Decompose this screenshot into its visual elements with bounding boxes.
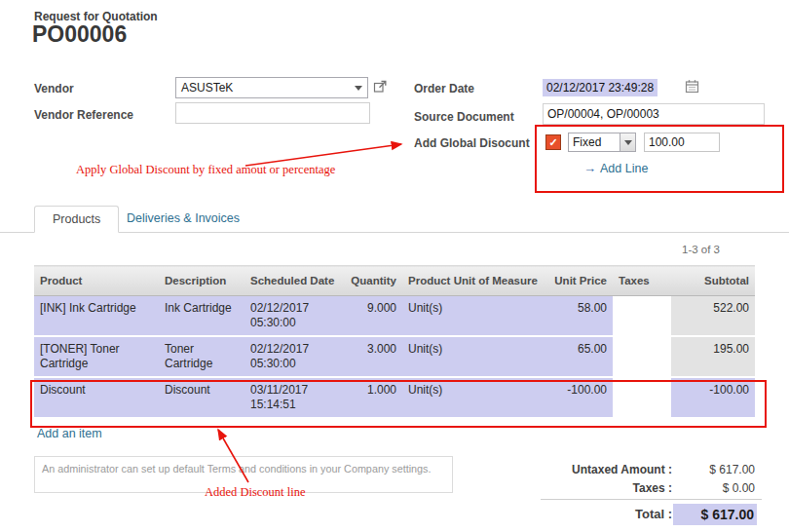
cell-scheduled-date: 02/12/2017 05:30:00 xyxy=(244,336,342,377)
annotation-text-global-discount: Apply Global Discount by fixed amout or … xyxy=(76,163,335,177)
global-discount-checkbox[interactable]: ✓ xyxy=(545,134,561,150)
global-discount-type-value: Fixed xyxy=(569,135,620,149)
cell-description: Discount xyxy=(159,377,244,418)
cell-scheduled-date: 02/12/2017 05:30:00 xyxy=(244,296,342,337)
col-quantity[interactable]: Quantity xyxy=(342,266,402,296)
calendar-icon[interactable] xyxy=(685,79,699,96)
table-row[interactable]: [TONER] Toner Cartridge Toner Cartridge … xyxy=(34,336,755,377)
cell-unit-price: 58.00 xyxy=(543,296,613,337)
table-row[interactable]: [INK] Ink Cartridge Ink Cartridge 02/12/… xyxy=(34,296,755,337)
cell-quantity: 1.000 xyxy=(342,377,402,418)
taxes-value: $ 0.00 xyxy=(679,481,755,495)
add-an-item-link[interactable]: Add an item xyxy=(37,427,102,440)
global-discount-type-select[interactable]: Fixed xyxy=(568,133,636,152)
table-header-row: Product Description Scheduled Date Quant… xyxy=(34,266,755,296)
cell-unit-price: 65.00 xyxy=(543,336,613,377)
page-title: PO00006 xyxy=(32,21,127,48)
col-unit-price[interactable]: Unit Price xyxy=(543,266,613,296)
col-description[interactable]: Description xyxy=(159,266,244,296)
global-discount-label: Add Global Disocunt xyxy=(414,136,530,150)
total-value: $ 617.00 xyxy=(673,504,757,525)
cell-subtotal: 195.00 xyxy=(671,336,755,377)
notebook-tab-bar: Products Deliveries & Invoices xyxy=(0,206,789,233)
col-product[interactable]: Product xyxy=(34,266,159,296)
rfq-page: { "window": { "doc_type": "Request for Q… xyxy=(0,0,789,532)
taxes-label: Taxes : xyxy=(507,481,672,495)
order-lines-table: Product Description Scheduled Date Quant… xyxy=(34,265,755,419)
annotation-text-discount-line: Added Discount line xyxy=(205,485,305,500)
cell-taxes xyxy=(613,296,671,337)
cell-taxes xyxy=(613,377,671,418)
vendor-reference-input[interactable] xyxy=(175,102,370,124)
total-label: Total : xyxy=(507,507,672,521)
cell-scheduled-date: 03/11/2017 15:14:51 xyxy=(244,377,342,418)
vendor-label: Vendor xyxy=(34,82,74,95)
order-date-value[interactable]: 02/12/2017 23:49:28 xyxy=(543,79,658,96)
cell-uom: Unit(s) xyxy=(402,336,543,377)
select-button xyxy=(620,133,635,151)
add-line-link[interactable]: → Add Line xyxy=(583,161,648,175)
source-document-input[interactable] xyxy=(543,103,765,125)
untaxed-amount-value: $ 617.00 xyxy=(679,463,755,476)
cell-uom: Unit(s) xyxy=(402,377,543,418)
untaxed-amount-label: Untaxed Amount : xyxy=(507,463,672,476)
cell-description: Toner Cartridge xyxy=(159,336,244,377)
tab-deliveries-invoices[interactable]: Deliveries & Invoices xyxy=(119,206,247,232)
vendor-reference-label: Vendor Reference xyxy=(34,108,133,122)
open-record-icon[interactable] xyxy=(373,79,388,96)
source-document-label: Source Document xyxy=(414,110,514,124)
chevron-down-icon xyxy=(624,140,632,145)
table-row-discount[interactable]: Discount Discount 03/11/2017 15:14:51 1.… xyxy=(34,377,755,418)
cell-quantity: 3.000 xyxy=(342,336,402,377)
cell-uom: Unit(s) xyxy=(402,296,543,337)
add-line-label: Add Line xyxy=(600,162,648,175)
cell-subtotal: -100.00 xyxy=(671,377,755,418)
cell-product: [INK] Ink Cartridge xyxy=(34,296,159,337)
totals-divider xyxy=(541,499,762,500)
right-arrow-icon: → xyxy=(583,161,596,175)
cell-subtotal: 522.00 xyxy=(671,296,755,337)
cell-taxes xyxy=(613,336,671,377)
pager: 1-3 of 3 xyxy=(682,244,755,255)
col-uom[interactable]: Product Unit of Measure xyxy=(402,266,543,296)
col-scheduled-date[interactable]: Scheduled Date xyxy=(244,266,342,296)
col-subtotal[interactable]: Subtotal xyxy=(671,266,755,296)
cell-product: Discount xyxy=(34,377,159,418)
tab-products[interactable]: Products xyxy=(34,206,119,233)
chevron-down-icon xyxy=(355,86,362,91)
cell-product: [TONER] Toner Cartridge xyxy=(34,336,159,377)
global-discount-amount-input[interactable] xyxy=(644,133,720,152)
col-taxes[interactable]: Taxes xyxy=(613,266,671,296)
cell-unit-price: -100.00 xyxy=(543,377,613,418)
order-date-label: Order Date xyxy=(414,82,474,95)
vendor-value: ASUSTeK xyxy=(176,81,350,95)
vendor-select[interactable]: ASUSTeK xyxy=(175,77,368,98)
cell-description: Ink Cartridge xyxy=(159,296,244,337)
cell-quantity: 9.000 xyxy=(342,296,402,337)
